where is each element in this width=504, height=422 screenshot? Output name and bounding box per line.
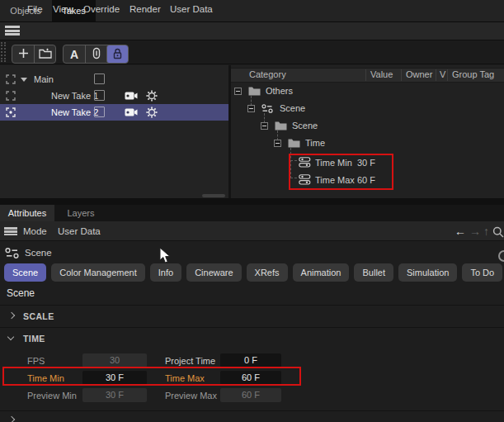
category-tab-cineware[interactable]: Cineware: [186, 263, 241, 282]
tree-expander[interactable]: [261, 122, 268, 130]
column-category[interactable]: Category: [249, 69, 286, 80]
menu-hamburger-icon[interactable]: [5, 26, 20, 36]
take-row-new-take-1[interactable]: New Take 1: [0, 88, 228, 104]
link-icon: [92, 47, 101, 61]
section-scale[interactable]: SCALE: [23, 311, 54, 321]
mouse-cursor: [159, 247, 171, 266]
search-icon[interactable]: [492, 226, 504, 239]
lock-overrides-button[interactable]: [106, 45, 128, 63]
separator: [0, 327, 504, 328]
annotation-highlight-tree: [289, 154, 393, 190]
tab-objects[interactable]: Objects: [0, 0, 51, 21]
field-preview-max[interactable]: 60 F: [220, 388, 281, 402]
label-fps: FPS: [27, 355, 45, 367]
tree-expander[interactable]: [247, 105, 255, 112]
new-take-group-button[interactable]: [34, 45, 55, 63]
menu-view[interactable]: View: [53, 3, 73, 16]
category-tab-bullet[interactable]: Bullet: [354, 263, 393, 282]
folder-icon: [275, 121, 287, 132]
object-name: Scene: [25, 248, 52, 258]
column-value[interactable]: Value: [370, 69, 393, 80]
separator: [0, 410, 504, 411]
field-preview-min[interactable]: 30 F: [82, 388, 147, 402]
category-tab-row: Scene Color Management Info Cineware XRe…: [4, 263, 504, 282]
plus-icon: [18, 48, 29, 60]
field-fps[interactable]: 30: [82, 353, 147, 367]
annotation-highlight-fields: [2, 367, 301, 386]
menu-override[interactable]: Override: [83, 3, 120, 16]
scene-object-icon: [261, 104, 274, 115]
parent-up-icon[interactable]: ↑: [483, 225, 489, 238]
category-tab-simulation[interactable]: Simulation: [398, 263, 457, 282]
lock-icon: [112, 48, 123, 61]
horizontal-scrollbar-thumb[interactable]: [202, 194, 225, 197]
gear-icon[interactable]: [146, 90, 158, 103]
label-preview-min: Preview Min: [27, 390, 77, 401]
window-split-border[interactable]: [0, 198, 504, 205]
history-back-icon[interactable]: ←: [455, 225, 466, 238]
tree-expander[interactable]: [234, 88, 242, 95]
take-checkbox[interactable]: [94, 107, 105, 117]
marquee-icon: [6, 74, 16, 86]
gear-icon[interactable]: [146, 107, 158, 120]
link-button[interactable]: [85, 45, 106, 63]
take-name[interactable]: New Take 2: [51, 107, 98, 118]
category-tab-to-do[interactable]: To Do: [462, 263, 502, 282]
menu-file[interactable]: File: [27, 3, 43, 16]
mode-hamburger-icon[interactable]: [4, 227, 17, 235]
category-tab-xrefs[interactable]: XRefs: [247, 263, 288, 282]
category-tab-color-management[interactable]: Color Management: [51, 263, 145, 282]
column-separator[interactable]: [365, 69, 366, 81]
folder-plus-icon: [39, 48, 52, 60]
take-name[interactable]: New Take 1: [51, 90, 98, 102]
category-tab-animation[interactable]: Animation: [293, 263, 350, 282]
column-owner[interactable]: Owner: [406, 69, 432, 80]
folder-icon: [288, 138, 300, 149]
tab-attributes[interactable]: Attributes: [0, 205, 54, 221]
toolbar-drag-handle[interactable]: [1, 42, 6, 62]
camera-icon[interactable]: [125, 91, 138, 102]
auto-take-label: A: [70, 48, 78, 61]
tree-row-time-folder[interactable]: Time: [305, 137, 325, 149]
take-name[interactable]: Main: [34, 73, 54, 85]
take-checkbox[interactable]: [94, 73, 105, 84]
category-tab-scene[interactable]: Scene: [4, 263, 46, 282]
tree-row-scene-folder[interactable]: Scene: [292, 120, 318, 131]
tree-row-others[interactable]: Others: [266, 85, 293, 97]
column-separator[interactable]: [401, 69, 402, 81]
field-project-time[interactable]: 0 F: [220, 353, 281, 367]
attribute-heading: Scene: [7, 287, 35, 299]
separator: [0, 305, 504, 306]
column-v[interactable]: V: [440, 69, 445, 80]
take-row-new-take-2[interactable]: New Take 2: [0, 104, 228, 121]
tree-expander[interactable]: [274, 140, 281, 147]
current-take-marquee-icon: [6, 107, 16, 119]
history-forward-icon[interactable]: →: [469, 225, 481, 238]
menu-render[interactable]: Render: [130, 3, 161, 16]
toolbar-group-create: [12, 45, 56, 64]
tab-layers[interactable]: Layers: [54, 205, 107, 221]
scene-object-icon: [5, 248, 20, 260]
column-separator[interactable]: [436, 69, 436, 81]
folder-icon: [248, 86, 261, 97]
take-row-main[interactable]: Main: [0, 71, 228, 88]
menu-user-data[interactable]: User Data: [170, 3, 213, 16]
takes-manager-window: Objects Takes File View Override Render …: [0, 0, 504, 422]
tab-scroll-button[interactable]: [498, 250, 504, 262]
mode-menu[interactable]: Mode: [23, 225, 47, 237]
new-take-button[interactable]: [12, 45, 34, 63]
auto-take-button[interactable]: A: [64, 45, 85, 63]
menu-bar: [0, 21, 504, 40]
camera-icon[interactable]: [125, 107, 138, 119]
column-separator[interactable]: [447, 69, 448, 81]
user-data-menu[interactable]: User Data: [58, 225, 101, 237]
toolbar-group-take-options: A: [63, 45, 129, 64]
column-group-tag[interactable]: Group Tag: [452, 69, 494, 80]
expand-caret-icon[interactable]: [21, 78, 27, 82]
marquee-icon: [6, 91, 16, 102]
label-project-time: Project Time: [165, 355, 215, 367]
take-checkbox[interactable]: [94, 90, 105, 101]
tree-row-scene[interactable]: Scene: [280, 102, 305, 114]
section-time[interactable]: TIME: [23, 334, 45, 344]
label-preview-max: Preview Max: [165, 390, 217, 401]
